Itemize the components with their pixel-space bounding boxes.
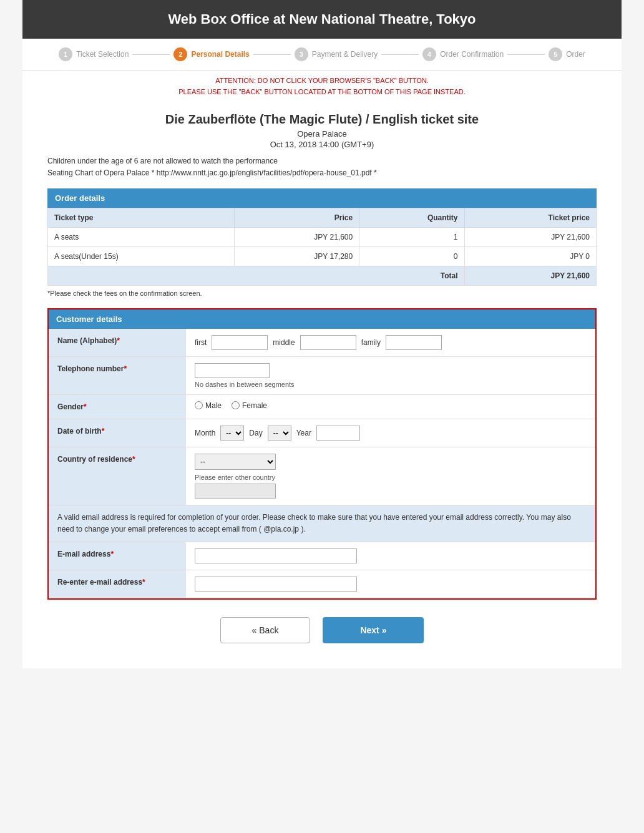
day-label: Day: [249, 429, 262, 437]
row2-quantity: 0: [359, 246, 464, 266]
back-button[interactable]: « Back: [220, 617, 311, 643]
order-table: Ticket type Price Quantity Ticket price …: [47, 208, 597, 286]
gender-female-label: Female: [242, 401, 267, 410]
step-4-label: Order Confirmation: [440, 50, 504, 59]
gender-required: *: [84, 402, 87, 411]
country-other-label: Please enter other country: [195, 474, 587, 481]
site-header: Web Box Office at New National Theatre, …: [22, 0, 622, 39]
name-label-cell: Name (Alphabet)*: [49, 329, 186, 357]
gender-row: Gender* Male Female: [49, 394, 595, 419]
telephone-row: Telephone number* No dashes in between s…: [49, 356, 595, 394]
country-select[interactable]: --: [195, 454, 276, 470]
site-title: Web Box Office at New National Theatre, …: [168, 11, 476, 27]
next-button[interactable]: Next »: [323, 617, 424, 643]
dob-row: Date of birth* Month -- Day --: [49, 419, 595, 447]
name-inputs: first middle family: [195, 335, 587, 350]
middle-name-input[interactable]: [300, 335, 356, 350]
event-note1: Children under the age of 6 are not allo…: [47, 155, 597, 167]
col-price: Price: [235, 208, 359, 227]
country-row: Country of residence* -- Please enter ot…: [49, 447, 595, 505]
year-input[interactable]: [316, 426, 360, 441]
family-label: family: [361, 338, 381, 347]
tel-required: *: [124, 364, 127, 373]
country-other-input[interactable]: [195, 484, 276, 499]
row1-price: JPY 21,600: [235, 227, 359, 246]
total-value: JPY 21,600: [464, 266, 596, 285]
email-input[interactable]: [195, 548, 357, 563]
customer-details-header: Customer details: [49, 309, 595, 329]
table-row: A seats(Under 15s) JPY 17,280 0 JPY 0: [48, 246, 597, 266]
fees-note: *Please check the fees on the confirmati…: [47, 290, 597, 297]
event-note2: Seating Chart of Opera Palace * http://w…: [47, 167, 597, 179]
step-sep-1: [132, 54, 170, 55]
country-label: Country of residence: [57, 455, 132, 464]
step-sep-2: [253, 54, 291, 55]
month-label: Month: [195, 429, 215, 437]
event-notes: Children under the age of 6 are not allo…: [47, 155, 597, 179]
tel-input-cell: No dashes in between segments: [186, 356, 595, 394]
gender-options: Male Female: [195, 401, 587, 410]
name-required: *: [117, 336, 120, 345]
country-input-cell: -- Please enter other country: [186, 447, 595, 505]
email-label: E-mail address: [57, 550, 110, 558]
col-ticket-type: Ticket type: [48, 208, 235, 227]
order-details-header: Order details: [47, 188, 597, 208]
attention-banner: ATTENTION: DO NOT CLICK YOUR BROWSER'S "…: [22, 71, 622, 100]
gender-label: Gender: [57, 402, 84, 411]
gender-label-cell: Gender*: [49, 394, 186, 419]
tel-label: Telephone number: [57, 364, 124, 373]
email-required: *: [110, 550, 114, 558]
step-1-label: Ticket Selection: [76, 50, 129, 59]
gender-female-option: Female: [232, 401, 267, 410]
step-3-circle: 3: [295, 47, 308, 61]
attention-line2: PLEASE USE THE "BACK" BUTTON LOCATED AT …: [29, 87, 615, 98]
step-2-circle: 2: [173, 47, 187, 61]
family-name-input[interactable]: [386, 335, 442, 350]
main-content: Die Zauberflöte (The Magic Flute) / Engl…: [22, 100, 622, 668]
attention-line1: ATTENTION: DO NOT CLICK YOUR BROWSER'S "…: [29, 76, 615, 87]
gender-male-radio[interactable]: [195, 401, 203, 409]
row2-price: JPY 17,280: [235, 246, 359, 266]
reenter-email-input[interactable]: [195, 577, 357, 592]
day-select[interactable]: --: [268, 426, 291, 441]
event-datetime: Oct 13, 2018 14:00 (GMT+9): [47, 140, 597, 149]
customer-form: Name (Alphabet)* first middle family: [49, 329, 595, 598]
reenter-label: Re-enter e-mail address: [57, 578, 142, 587]
telephone-input[interactable]: [195, 363, 270, 378]
step-4-circle: 4: [422, 47, 436, 61]
row2-ticket-price: JPY 0: [464, 246, 596, 266]
email-note-row: A valid email address is required for co…: [49, 505, 595, 542]
total-label: Total: [48, 266, 465, 285]
first-name-input[interactable]: [212, 335, 268, 350]
col-quantity: Quantity: [359, 208, 464, 227]
tel-label-cell: Telephone number*: [49, 356, 186, 394]
dob-inputs: Month -- Day -- Year: [195, 426, 587, 441]
name-label: Name (Alphabet): [57, 336, 117, 345]
gender-input-cell: Male Female: [186, 394, 595, 419]
gender-female-radio[interactable]: [232, 401, 240, 409]
step-4: 4 Order Confirmation: [422, 47, 504, 61]
name-input-cell: first middle family: [186, 329, 595, 357]
reenter-email-row: Re-enter e-mail address*: [49, 570, 595, 598]
email-note-cell: A valid email address is required for co…: [49, 505, 595, 542]
dob-label: Date of birth: [57, 427, 102, 436]
row2-type: A seats(Under 15s): [48, 246, 235, 266]
row1-ticket-price: JPY 21,600: [464, 227, 596, 246]
button-row: « Back Next »: [47, 617, 597, 643]
reenter-required: *: [142, 578, 145, 587]
name-row: Name (Alphabet)* first middle family: [49, 329, 595, 357]
steps-nav: 1 Ticket Selection 2 Personal Details 3 …: [22, 39, 622, 71]
step-sep-3: [381, 54, 419, 55]
gender-male-option: Male: [195, 401, 222, 410]
step-5: 5 Order: [549, 47, 585, 61]
month-select[interactable]: --: [220, 426, 244, 441]
tel-hint: No dashes in between segments: [195, 381, 587, 388]
step-2: 2 Personal Details: [173, 47, 249, 61]
dob-required: *: [102, 427, 105, 436]
step-5-circle: 5: [549, 47, 562, 61]
row1-type: A seats: [48, 227, 235, 246]
dob-input-cell: Month -- Day -- Year: [186, 419, 595, 447]
step-2-label: Personal Details: [191, 50, 249, 59]
row1-quantity: 1: [359, 227, 464, 246]
step-sep-4: [507, 54, 545, 55]
